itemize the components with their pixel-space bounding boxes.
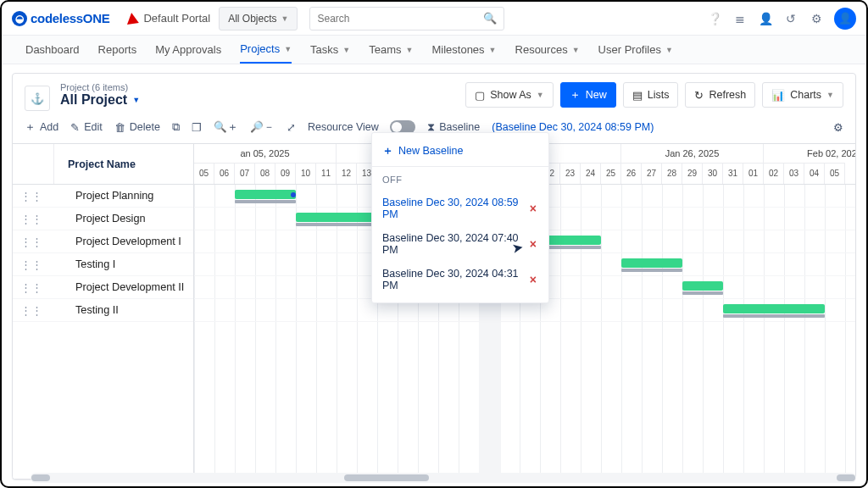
zoom-out-icon[interactable]: 🔎－ xyxy=(250,120,275,135)
card-header: ⚓ Project (6 items) All Project▼ ▢Show A… xyxy=(13,74,855,114)
nav-dashboard[interactable]: Dashboard xyxy=(25,36,80,64)
drag-handle-icon[interactable]: ⋮⋮ xyxy=(13,281,50,294)
nav-teams[interactable]: Teams▼ xyxy=(369,36,413,64)
scrollbar-thumb[interactable] xyxy=(344,474,429,480)
gantt-settings-icon[interactable]: ⚙ xyxy=(833,121,843,134)
delete-baseline-icon[interactable]: × xyxy=(528,202,538,215)
columns-icon: ▢ xyxy=(475,89,485,102)
table-row[interactable]: ⋮⋮Testing I xyxy=(13,253,193,276)
object-selector[interactable]: All Objects ▼ xyxy=(219,7,298,30)
search-input[interactable] xyxy=(317,13,483,25)
baseline-off-item[interactable]: OFF xyxy=(372,169,548,191)
nav-my-approvals[interactable]: My Approvals xyxy=(155,36,221,64)
baseline-bar xyxy=(235,200,296,203)
delete-baseline-icon[interactable]: × xyxy=(528,273,538,286)
brand-logo[interactable]: ◒ codelessONE xyxy=(12,11,109,26)
global-search[interactable]: 🔍 xyxy=(309,7,504,30)
nav-projects[interactable]: Projects▼ xyxy=(240,36,292,64)
project-name-cell: Testing II xyxy=(50,304,193,316)
new-baseline-item[interactable]: ＋New Baseline xyxy=(372,138,548,164)
anchor-icon[interactable]: ⚓ xyxy=(25,86,50,111)
delete-baseline-icon[interactable]: × xyxy=(528,237,538,251)
project-name-cell: Project Development II xyxy=(50,281,193,293)
pencil-icon: ✎ xyxy=(70,121,80,134)
day-header: 06 xyxy=(214,163,235,184)
table-row[interactable]: ⋮⋮Project Design xyxy=(13,208,193,230)
drag-handle-icon[interactable]: ⋮⋮ xyxy=(13,213,50,225)
baseline-active-label[interactable]: (Baseline Dec 30, 2024 08:59 PM) xyxy=(492,121,654,133)
drag-handle-icon[interactable]: ⋮⋮ xyxy=(13,236,50,248)
drag-handle-icon[interactable]: ⋮⋮ xyxy=(13,258,50,271)
day-header: 10 xyxy=(296,163,316,184)
scrollbar-thumb[interactable] xyxy=(31,474,50,480)
chevron-down-icon: ▼ xyxy=(281,14,289,23)
day-header: 27 xyxy=(642,163,662,184)
baseline-item[interactable]: Baseline Dec 30, 2024 04:31 PM× xyxy=(372,262,548,297)
charts-button[interactable]: 📊Charts▼ xyxy=(762,82,843,108)
gantt-bar[interactable] xyxy=(621,258,682,268)
zoom-in-icon[interactable]: 🔍＋ xyxy=(214,120,238,135)
table-row[interactable]: ⋮⋮Project Development I xyxy=(13,230,193,253)
brand-suffix: ONE xyxy=(83,11,110,25)
avatar[interactable]: 👤 xyxy=(834,8,856,30)
baseline-bar xyxy=(682,291,723,295)
header-actions: ▢Show As▼ ＋New ▤Lists ↻Refresh 📊Charts▼ xyxy=(465,82,843,108)
duplicate-icon[interactable]: ❐ xyxy=(192,121,202,134)
plus-icon: ＋ xyxy=(570,88,581,103)
help-icon[interactable]: ❔ xyxy=(707,11,722,26)
scrollbar-thumb[interactable] xyxy=(837,474,855,480)
chevron-down-icon: ▼ xyxy=(284,45,292,53)
day-header: 30 xyxy=(703,163,723,184)
view-title[interactable]: All Project▼ xyxy=(60,92,140,108)
drag-handle-icon[interactable]: ⋮⋮ xyxy=(13,190,50,202)
history-icon[interactable]: ↺ xyxy=(783,11,798,26)
chevron-down-icon: ▼ xyxy=(406,46,414,54)
day-header: 04 xyxy=(804,163,825,184)
table-row[interactable]: ⋮⋮Project Development II xyxy=(13,276,193,299)
gantt-bar[interactable] xyxy=(723,304,825,313)
gantt-bar[interactable] xyxy=(682,281,723,291)
nav-milestones[interactable]: Milestones▼ xyxy=(431,36,496,64)
baseline-dropdown: ＋New Baseline OFF Baseline Dec 30, 2024 … xyxy=(371,132,549,303)
expand-icon[interactable]: ⤢ xyxy=(287,121,296,134)
main-nav: DashboardReportsMy ApprovalsProjects▼Tas… xyxy=(2,36,866,64)
edit-button[interactable]: ✎Edit xyxy=(70,121,103,134)
table-row[interactable]: ⋮⋮Testing II xyxy=(13,299,193,322)
baseline-bar xyxy=(723,314,825,318)
brand-icon: ◒ xyxy=(12,11,27,26)
drag-handle-icon[interactable]: ⋮⋮ xyxy=(13,304,50,317)
horizontal-scrollbar[interactable] xyxy=(31,473,856,480)
day-header: 11 xyxy=(316,163,337,184)
day-header: 28 xyxy=(662,163,682,184)
data-icon[interactable]: ≣ xyxy=(732,11,748,26)
day-header: 05 xyxy=(825,163,845,184)
portal-switcher[interactable]: Default Portal xyxy=(126,12,210,25)
day-header: 02 xyxy=(764,163,784,184)
lists-button[interactable]: ▤Lists xyxy=(623,82,679,108)
nav-reports[interactable]: Reports xyxy=(98,36,137,64)
refresh-button[interactable]: ↻Refresh xyxy=(685,82,755,108)
portal-icon xyxy=(126,12,140,25)
show-as-button[interactable]: ▢Show As▼ xyxy=(465,82,554,108)
nav-tasks[interactable]: Tasks▼ xyxy=(310,36,350,64)
gear-icon[interactable]: ⚙ xyxy=(809,11,824,26)
chevron-down-icon: ▼ xyxy=(342,46,350,54)
user-settings-icon[interactable]: 👤 xyxy=(758,11,773,26)
week-header: an 05, 2025 xyxy=(194,144,337,163)
project-name-cell: Project Planning xyxy=(50,190,193,202)
plus-icon: ＋ xyxy=(382,145,393,157)
copy-icon[interactable]: ⧉ xyxy=(172,121,180,134)
new-button[interactable]: ＋New xyxy=(560,82,616,108)
day-header: 01 xyxy=(743,163,764,184)
day-header: 29 xyxy=(682,163,703,184)
nav-user-profiles[interactable]: User Profiles▼ xyxy=(598,36,673,64)
baseline-bar xyxy=(621,269,682,272)
gantt-bar[interactable] xyxy=(235,190,296,199)
top-bar: ◒ codelessONE Default Portal All Objects… xyxy=(2,2,866,36)
table-row[interactable]: ⋮⋮Project Planning xyxy=(13,185,193,208)
baseline-item[interactable]: Baseline Dec 30, 2024 08:59 PM× xyxy=(372,191,548,226)
add-button[interactable]: ＋Add xyxy=(25,119,58,135)
day-header: 07 xyxy=(235,163,255,184)
nav-resources[interactable]: Resources▼ xyxy=(515,36,580,64)
delete-button[interactable]: 🗑Delete xyxy=(114,121,160,134)
